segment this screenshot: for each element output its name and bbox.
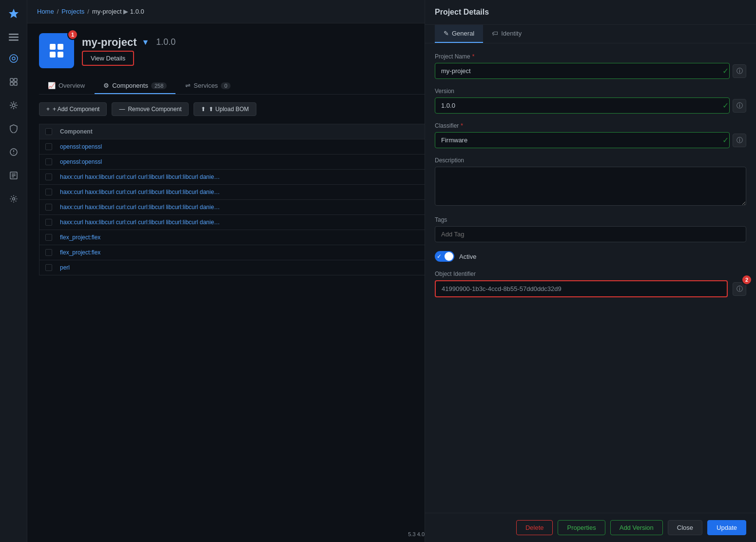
tab-components[interactable]: ⚙ Components 258 xyxy=(95,78,175,94)
svg-rect-3 xyxy=(9,39,19,41)
object-id-input[interactable] xyxy=(435,280,728,297)
sidebar-item-dashboard[interactable] xyxy=(4,49,23,68)
classifier-field: Classifier * Firmware Application Librar… xyxy=(435,122,746,148)
tags-input[interactable] xyxy=(435,226,746,242)
row-checkbox[interactable] xyxy=(45,158,52,165)
add-icon: + xyxy=(46,106,50,113)
description-field: Description xyxy=(435,157,746,208)
breadcrumb-home[interactable]: Home xyxy=(37,8,54,15)
svg-point-18 xyxy=(12,198,15,200)
version-check-icon: ✓ xyxy=(722,101,729,110)
tags-field: Tags xyxy=(435,216,746,242)
project-name: my-project xyxy=(82,36,136,49)
remove-component-button[interactable]: — Remove Component xyxy=(112,102,189,116)
upload-icon: ⬆ xyxy=(201,106,206,113)
classifier-info-button[interactable]: ⓘ xyxy=(733,134,746,147)
app-logo[interactable] xyxy=(6,6,21,21)
sidebar-item-reports[interactable] xyxy=(4,166,23,185)
svg-rect-7 xyxy=(14,78,17,81)
general-tab-icon: ✎ xyxy=(444,30,449,37)
badge-1: 1 xyxy=(67,29,78,40)
toggle-check-icon: ✓ xyxy=(437,253,442,260)
row-checkbox[interactable] xyxy=(45,249,52,256)
row-checkbox[interactable] xyxy=(45,143,52,150)
version-info-button[interactable]: ⓘ xyxy=(733,99,746,113)
description-textarea[interactable] xyxy=(435,167,746,206)
breadcrumb-projects[interactable]: Projects xyxy=(61,8,84,15)
panel-body: Project Name * ✓ ⓘ Version ✓ ⓘ Classif xyxy=(425,43,756,513)
version-input[interactable] xyxy=(435,97,730,114)
project-info: my-project ▼ 1.0.0 View Details xyxy=(82,36,175,66)
description-label: Description xyxy=(435,157,746,164)
required-star: * xyxy=(472,53,475,60)
project-name-label: Project Name * xyxy=(435,53,746,60)
sidebar xyxy=(0,0,27,542)
add-component-button[interactable]: + + Add Component xyxy=(39,102,107,116)
project-name-info-button[interactable]: ⓘ xyxy=(733,64,746,78)
project-name-input-wrapper: ✓ ⓘ xyxy=(435,63,746,79)
panel-tab-identity[interactable]: 🏷 Identity xyxy=(483,25,530,43)
project-icon: 1 xyxy=(39,33,74,68)
row-checkbox[interactable] xyxy=(45,174,52,180)
row-checkbox[interactable] xyxy=(45,189,52,195)
object-id-field: Object Identifier 2 ⓘ xyxy=(435,271,746,297)
sidebar-item-security[interactable] xyxy=(4,119,23,138)
svg-rect-8 xyxy=(10,82,13,85)
row-checkbox[interactable] xyxy=(45,219,52,226)
row-checkbox[interactable] xyxy=(45,234,52,241)
classifier-select[interactable]: Firmware Application Library Container xyxy=(435,132,730,148)
services-icon: ⇌ xyxy=(185,82,191,89)
upload-bom-button[interactable]: ⬆ ⬆ Upload BOM xyxy=(194,102,256,116)
header-checkbox[interactable] xyxy=(45,128,52,135)
svg-rect-6 xyxy=(10,78,13,81)
components-icon: ⚙ xyxy=(103,82,109,89)
project-details-panel: Project Details ✎ General 🏷 Identity Pro… xyxy=(425,0,756,542)
overview-icon: 📈 xyxy=(48,82,56,89)
svg-marker-0 xyxy=(9,9,19,18)
sidebar-menu-toggle[interactable] xyxy=(6,29,21,45)
svg-rect-21 xyxy=(50,52,56,58)
breadcrumb-project: my-project ▶ 1.0.0 xyxy=(92,8,144,15)
active-label: Active xyxy=(459,253,476,260)
panel-title: Project Details xyxy=(425,0,756,25)
object-id-wrapper: 2 ⓘ xyxy=(435,280,746,297)
check-icon: ✓ xyxy=(722,66,729,76)
svg-rect-22 xyxy=(58,52,63,58)
row-checkbox[interactable] xyxy=(45,204,52,211)
tab-overview[interactable]: 📈 Overview xyxy=(39,78,94,94)
row-checkbox[interactable] xyxy=(45,264,52,271)
panel-tab-general[interactable]: ✎ General xyxy=(435,25,483,43)
version-text: 5.3 4.0 xyxy=(408,531,425,537)
services-badge: 0 xyxy=(221,82,231,89)
active-toggle[interactable]: ✓ xyxy=(435,251,454,262)
add-version-button[interactable]: Add Version xyxy=(610,520,663,535)
classifier-label: Classifier * xyxy=(435,122,746,129)
svg-point-10 xyxy=(12,104,15,107)
sidebar-item-projects[interactable] xyxy=(4,72,23,92)
svg-rect-1 xyxy=(9,34,19,35)
sidebar-item-settings[interactable] xyxy=(4,189,23,209)
view-details-button[interactable]: View Details xyxy=(82,51,134,66)
project-name-input[interactable] xyxy=(435,63,730,79)
close-button[interactable]: Close xyxy=(668,520,702,535)
required-star-2: * xyxy=(461,122,463,129)
properties-button[interactable]: Properties xyxy=(558,520,605,535)
breadcrumb-sep-1: / xyxy=(57,8,59,15)
svg-rect-9 xyxy=(14,82,17,85)
active-toggle-row: ✓ Active xyxy=(435,251,746,262)
classifier-wrapper: Firmware Application Library Container ✓… xyxy=(435,132,746,148)
svg-point-4 xyxy=(10,55,18,62)
sidebar-item-components[interactable] xyxy=(4,96,23,115)
sidebar-item-policy[interactable] xyxy=(4,142,23,162)
remove-icon: — xyxy=(119,106,125,113)
version-label: Version xyxy=(435,88,746,95)
object-id-label: Object Identifier xyxy=(435,271,746,277)
badge-2: 2 xyxy=(741,274,752,285)
classifier-check-icon: ✓ xyxy=(722,136,729,145)
update-button[interactable]: Update xyxy=(707,520,746,535)
tab-services[interactable]: ⇌ Services 0 xyxy=(176,78,239,94)
identity-tab-icon: 🏷 xyxy=(492,30,498,37)
dropdown-arrow-icon[interactable]: ▼ xyxy=(141,38,149,47)
delete-button[interactable]: Delete xyxy=(516,520,553,535)
project-name-field: Project Name * ✓ ⓘ xyxy=(435,53,746,79)
